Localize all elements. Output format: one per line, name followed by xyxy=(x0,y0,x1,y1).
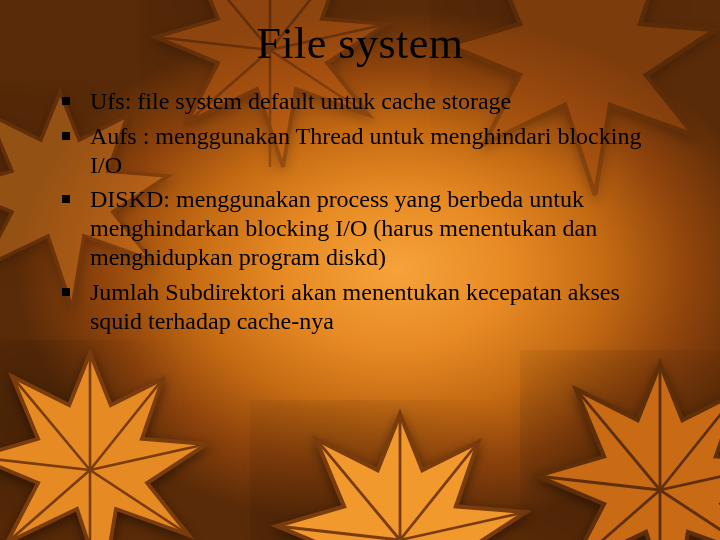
bullet-list: Ufs: file system default untuk cache sto… xyxy=(40,87,680,335)
leaf-icon xyxy=(520,350,720,540)
slide-title: File system xyxy=(40,18,680,69)
list-item: Aufs : menggunakan Thread untuk menghind… xyxy=(60,122,674,180)
list-item: Ufs: file system default untuk cache sto… xyxy=(60,87,674,116)
list-item: DISKD: menggunakan process yang berbeda … xyxy=(60,185,674,271)
leaf-icon xyxy=(250,400,550,540)
list-item: Jumlah Subdirektori akan menentukan kece… xyxy=(60,278,674,336)
slide-content: File system Ufs: file system default unt… xyxy=(0,0,720,335)
leaf-icon xyxy=(0,340,220,540)
slide: File system Ufs: file system default unt… xyxy=(0,0,720,540)
